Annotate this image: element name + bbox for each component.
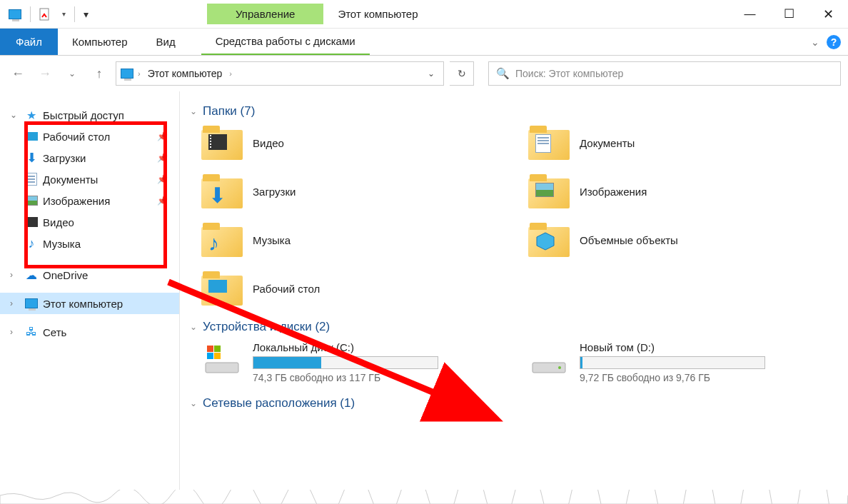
qat-dropdown-icon[interactable]: ▾ bbox=[58, 10, 70, 18]
qat-customize-icon[interactable]: ▾ bbox=[79, 9, 93, 20]
sidebar-network[interactable]: › 🖧 Сеть bbox=[0, 321, 179, 343]
content-pane: ⌄ Папки (7) Видео Документы ⬇ Загрузки И… bbox=[180, 91, 848, 504]
folder-pictures[interactable]: Изображения bbox=[528, 174, 834, 208]
network-icon: 🖧 bbox=[24, 325, 39, 339]
section-label: Сетевые расположения (1) bbox=[203, 396, 355, 410]
sidebar-quick-access[interactable]: ⌄ ★ Быстрый доступ bbox=[0, 104, 179, 126]
drive-c[interactable]: Локальный диск (C:) 74,3 ГБ свободно из … bbox=[201, 341, 507, 383]
recent-locations-button[interactable]: ⌄ bbox=[61, 63, 83, 84]
pin-icon: 📌 bbox=[157, 174, 168, 184]
folder-3d-objects[interactable]: Объемные объекты bbox=[528, 223, 834, 257]
svg-rect-7 bbox=[214, 353, 221, 359]
sidebar-onedrive[interactable]: › ☁ OneDrive bbox=[0, 264, 179, 286]
forward-button[interactable]: → bbox=[34, 63, 56, 84]
section-folders[interactable]: ⌄ Папки (7) bbox=[190, 104, 834, 119]
breadcrumb[interactable]: Этот компьютер bbox=[145, 68, 226, 79]
music-icon: ♪ bbox=[24, 236, 39, 251]
back-button[interactable]: ← bbox=[7, 63, 29, 84]
help-icon[interactable]: ? bbox=[827, 35, 841, 49]
search-icon: 🔍 bbox=[496, 67, 510, 80]
folder-label: Музыка bbox=[253, 234, 291, 246]
download-icon: ⬇ bbox=[208, 183, 226, 208]
sidebar-item-label: Сеть bbox=[43, 326, 66, 338]
drive-usage-bar bbox=[253, 356, 438, 369]
star-icon: ★ bbox=[24, 108, 39, 122]
ribbon-collapse-icon[interactable]: ⌄ bbox=[811, 36, 819, 48]
sidebar-item-desktop[interactable]: Рабочий стол📌 bbox=[24, 126, 179, 147]
folder-icon bbox=[201, 223, 243, 257]
chevron-down-icon[interactable]: ⌄ bbox=[10, 110, 20, 120]
music-icon: ♪ bbox=[208, 231, 219, 256]
search-box[interactable]: 🔍 Поиск: Этот компьютер bbox=[488, 61, 841, 86]
quick-access-toolbar: ▾ ▾ bbox=[0, 4, 93, 25]
sidebar-item-label: Загрузки bbox=[43, 152, 86, 164]
properties-icon[interactable] bbox=[35, 4, 56, 25]
chevron-down-icon[interactable]: ⌄ bbox=[190, 398, 197, 408]
desktop-icon bbox=[208, 280, 227, 293]
svg-marker-1 bbox=[537, 233, 554, 250]
ribbon-tab-computer[interactable]: Компьютер bbox=[58, 29, 142, 55]
address-bar[interactable]: › Этот компьютер › ⌄ bbox=[116, 61, 444, 86]
sidebar-item-pictures[interactable]: Изображения📌 bbox=[24, 190, 179, 211]
sidebar-this-pc[interactable]: › Этот компьютер bbox=[0, 293, 179, 314]
folder-desktop[interactable]: Рабочий стол bbox=[201, 271, 507, 306]
folder-label: Загрузки bbox=[253, 186, 296, 198]
monitor-icon bbox=[121, 69, 133, 79]
contextual-tab-label: Управление bbox=[207, 4, 323, 24]
section-network-locations[interactable]: ⌄ Сетевые расположения (1) bbox=[190, 396, 834, 410]
section-drives[interactable]: ⌄ Устройства и диски (2) bbox=[190, 320, 834, 334]
maximize-button[interactable]: ☐ bbox=[769, 0, 809, 29]
ribbon-tab-view[interactable]: Вид bbox=[142, 29, 190, 55]
sidebar-item-downloads[interactable]: ⬇Загрузки📌 bbox=[24, 147, 179, 168]
picture-icon bbox=[535, 183, 554, 197]
sidebar-item-videos[interactable]: Видео bbox=[24, 211, 179, 233]
picture-icon bbox=[25, 196, 38, 206]
close-button[interactable]: ✕ bbox=[809, 0, 848, 29]
file-tab[interactable]: Файл bbox=[0, 29, 58, 55]
svg-rect-5 bbox=[214, 346, 221, 352]
pin-icon: 📌 bbox=[157, 196, 168, 206]
sidebar-item-label: Быстрый доступ bbox=[43, 109, 124, 121]
svg-rect-6 bbox=[207, 353, 213, 359]
refresh-button[interactable]: ↻ bbox=[450, 61, 474, 86]
folder-label: Рабочий стол bbox=[253, 283, 320, 295]
folder-downloads[interactable]: ⬇ Загрузки bbox=[201, 174, 507, 208]
svg-rect-2 bbox=[206, 363, 238, 373]
folder-videos[interactable]: Видео bbox=[201, 126, 507, 160]
section-label: Папки (7) bbox=[203, 104, 255, 119]
chevron-right-icon[interactable]: › bbox=[10, 327, 20, 337]
title-bar: ▾ ▾ Управление Этот компьютер — ☐ ✕ bbox=[0, 0, 848, 29]
sidebar-item-music[interactable]: ♪Музыка bbox=[24, 233, 179, 254]
up-button[interactable]: ↑ bbox=[89, 63, 110, 84]
this-pc-icon[interactable] bbox=[4, 4, 26, 25]
chevron-right-icon[interactable]: › bbox=[138, 69, 141, 78]
sidebar-item-label: Рабочий стол bbox=[43, 131, 110, 143]
minimize-button[interactable]: — bbox=[730, 0, 769, 29]
address-dropdown-icon[interactable]: ⌄ bbox=[423, 69, 439, 79]
folder-label: Объемные объекты bbox=[580, 234, 678, 246]
navigation-pane: ⌄ ★ Быстрый доступ Рабочий стол📌 ⬇Загруз… bbox=[0, 91, 180, 504]
document-icon bbox=[535, 134, 551, 153]
chevron-down-icon[interactable]: ⌄ bbox=[190, 106, 197, 116]
drive-icon bbox=[201, 341, 243, 376]
folder-music[interactable]: ♪ Музыка bbox=[201, 223, 507, 257]
desktop-icon bbox=[25, 132, 38, 141]
chevron-right-icon[interactable]: › bbox=[229, 69, 232, 78]
chevron-right-icon[interactable]: › bbox=[10, 298, 20, 308]
drive-d[interactable]: Новый том (D:) 9,72 ГБ свободно из 9,76 … bbox=[528, 341, 834, 383]
sidebar-item-documents[interactable]: Документы📌 bbox=[24, 168, 179, 190]
document-icon bbox=[26, 173, 37, 186]
window-title: Этот компьютер bbox=[323, 8, 432, 20]
pin-icon: 📌 bbox=[157, 131, 168, 141]
svg-rect-4 bbox=[207, 346, 213, 352]
torn-edge-decoration bbox=[0, 490, 848, 504]
ribbon-tab-drive-tools[interactable]: Средства работы с дисками bbox=[201, 29, 370, 55]
video-icon bbox=[25, 217, 38, 227]
chevron-down-icon[interactable]: ⌄ bbox=[190, 322, 197, 332]
navigation-bar: ← → ⌄ ↑ › Этот компьютер › ⌄ ↻ 🔍 Поиск: … bbox=[0, 56, 848, 91]
folder-documents[interactable]: Документы bbox=[528, 126, 834, 160]
sidebar-item-label: Музыка bbox=[43, 238, 81, 250]
section-label: Устройства и диски (2) bbox=[203, 320, 330, 334]
folder-label: Изображения bbox=[580, 186, 647, 198]
chevron-right-icon[interactable]: › bbox=[10, 270, 20, 280]
